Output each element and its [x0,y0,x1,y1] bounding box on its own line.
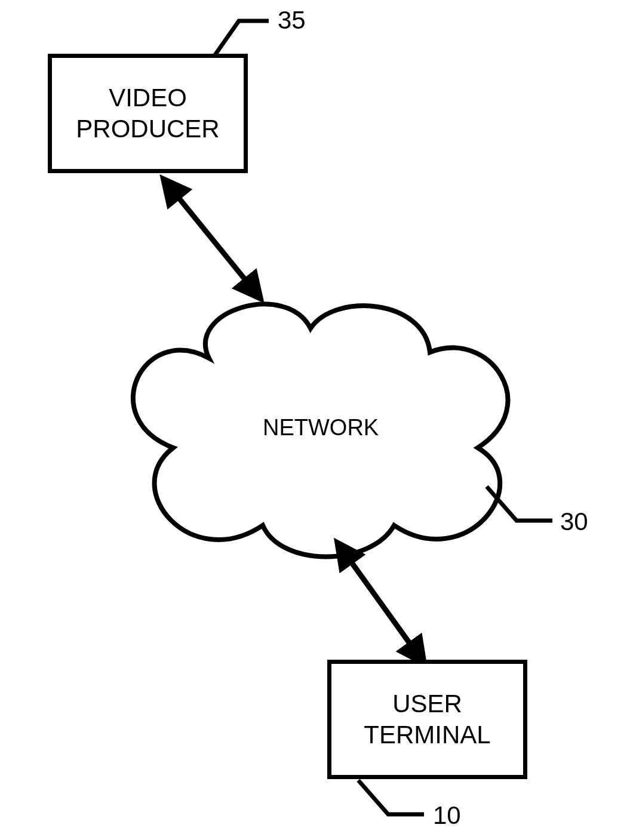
svg-line-5 [346,555,415,651]
arrow-producer-network [149,173,281,304]
callout-10-label: 10 [433,801,461,830]
callout-30-label: 30 [560,507,588,536]
video-producer-box: VIDEO PRODUCER [48,54,248,173]
callout-35-line [212,18,272,60]
callout-10-line [355,777,427,819]
user-terminal-label: USER TERMINAL [364,688,490,751]
svg-line-2 [173,191,251,287]
video-producer-label: VIDEO PRODUCER [76,82,219,145]
callout-30-line [484,484,555,525]
user-terminal-box: USER TERMINAL [327,660,527,779]
callout-35-label: 35 [278,6,306,35]
network-label: NETWORK [263,415,379,441]
